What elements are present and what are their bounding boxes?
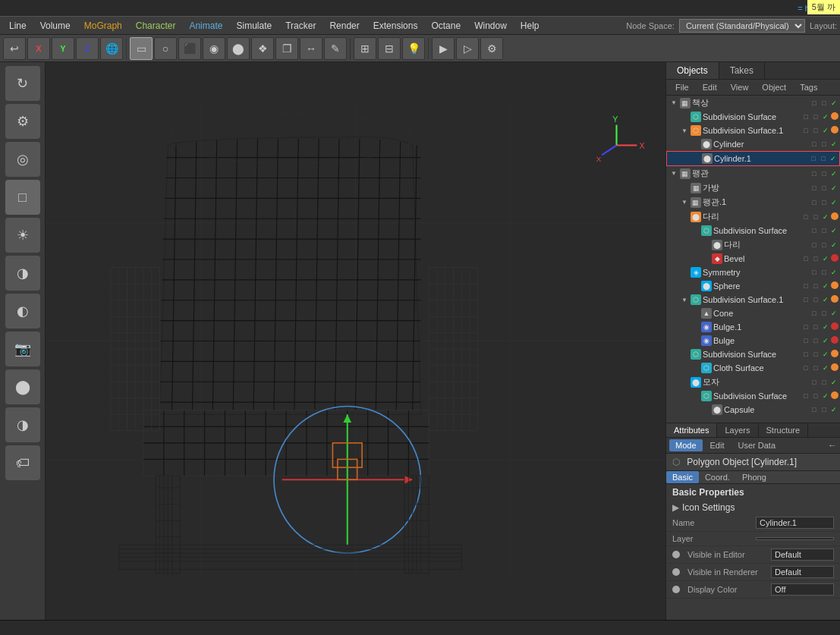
visibility-toggle[interactable]: □ <box>801 254 810 263</box>
sidebar-halfsphere[interactable]: ◑ <box>5 407 40 442</box>
icon-settings-row[interactable]: ▶ Icon Settings <box>666 501 840 514</box>
toolbar-btn-pen[interactable]: ✎ <box>324 37 347 60</box>
active-toggle[interactable]: ✓ <box>821 212 830 222</box>
active-toggle[interactable]: ✓ <box>829 240 838 250</box>
prop-tab-phong[interactable]: Phong <box>736 471 772 483</box>
visibility-toggle[interactable]: □ <box>810 198 819 207</box>
render-toggle[interactable]: □ <box>811 254 820 263</box>
object-list-item[interactable]: ⬡Subdivision Surface□□✓ <box>666 224 840 237</box>
visibility-toggle[interactable]: □ <box>801 336 810 345</box>
render-toggle[interactable]: □ <box>820 405 829 414</box>
object-list-item[interactable]: ▦가방□□✓ <box>666 181 840 195</box>
toolbar-btn-render1[interactable]: ▶ <box>432 37 455 60</box>
render-toggle[interactable]: □ <box>820 198 829 207</box>
toolbar-btn-undo[interactable]: ↩ <box>3 37 26 60</box>
object-list-item[interactable]: ⬡Subdivision Surface□□✓ <box>666 110 840 124</box>
visibility-toggle[interactable]: □ <box>810 240 819 250</box>
active-toggle[interactable]: ✓ <box>829 154 838 163</box>
render-toggle[interactable]: □ <box>811 295 820 304</box>
visibility-toggle[interactable]: □ <box>810 405 819 414</box>
menu-character[interactable]: Character <box>130 19 182 33</box>
active-toggle[interactable]: ✓ <box>821 322 830 332</box>
visibility-toggle[interactable]: □ <box>810 169 819 178</box>
toolbar-btn-poly[interactable]: ❖ <box>251 37 274 60</box>
active-toggle[interactable]: ✓ <box>829 140 838 149</box>
expand-triangle[interactable]: ▼ <box>671 170 677 177</box>
render-toggle[interactable]: □ <box>811 126 820 135</box>
tab-objects[interactable]: Objects <box>666 62 719 79</box>
active-toggle[interactable]: ✓ <box>821 254 830 263</box>
active-toggle[interactable]: ✓ <box>829 309 838 318</box>
sidebar-contrast[interactable]: ◐ <box>5 294 40 329</box>
active-toggle[interactable]: ✓ <box>821 112 830 121</box>
visibility-toggle[interactable]: □ <box>810 99 819 108</box>
active-toggle[interactable]: ✓ <box>821 363 830 373</box>
visibility-toggle[interactable]: □ <box>801 391 810 401</box>
sidebar-halfcircle[interactable]: ◑ <box>5 256 40 291</box>
active-toggle[interactable]: ✓ <box>821 391 830 401</box>
object-list-item[interactable]: ◆Bevel□□✓ <box>666 252 840 266</box>
sidebar-sun[interactable]: ☀ <box>5 218 40 253</box>
visibility-toggle[interactable]: □ <box>810 140 819 149</box>
attr-sub-userdata[interactable]: User Data <box>732 439 782 451</box>
menu-extensions[interactable]: Extensions <box>367 19 424 33</box>
render-toggle[interactable]: □ <box>820 268 829 277</box>
object-list-item[interactable]: ◈Symmetry□□✓ <box>666 266 840 279</box>
menu-octane[interactable]: Octane <box>425 19 467 33</box>
render-toggle[interactable]: □ <box>811 281 820 291</box>
toolbar-btn-clone[interactable]: ❐ <box>275 37 298 60</box>
visibility-toggle[interactable]: □ <box>801 212 810 222</box>
attr-sub-mode[interactable]: Mode <box>669 439 703 451</box>
toolbar-btn-x[interactable]: X <box>27 37 50 60</box>
panel-edit[interactable]: Edit <box>697 81 723 93</box>
toolbar-btn-sphere2[interactable]: ◉ <box>203 37 225 60</box>
render-toggle[interactable]: □ <box>811 112 820 121</box>
expand-triangle[interactable]: ▼ <box>681 127 687 134</box>
active-toggle[interactable]: ✓ <box>829 184 838 193</box>
attr-tab-layers[interactable]: Layers <box>717 423 758 437</box>
render-toggle[interactable]: □ <box>820 226 829 235</box>
menu-line[interactable]: Line <box>3 19 33 33</box>
menu-window[interactable]: Window <box>468 19 513 33</box>
prop-value[interactable]: Default <box>771 549 834 561</box>
prop-value[interactable]: Default <box>771 566 834 578</box>
visibility-toggle[interactable]: □ <box>809 154 818 163</box>
object-list-item[interactable]: ⬤Sphere□□✓ <box>666 279 840 293</box>
prop-value[interactable]: Off <box>771 583 834 596</box>
active-toggle[interactable]: ✓ <box>829 226 838 235</box>
render-toggle[interactable]: □ <box>820 169 829 178</box>
render-toggle[interactable]: □ <box>820 184 829 193</box>
sidebar-rotate[interactable]: ↻ <box>5 66 40 101</box>
sidebar-light[interactable]: □ <box>5 180 40 215</box>
object-list-item[interactable]: ⬤모자□□✓ <box>666 375 840 389</box>
visibility-toggle[interactable]: □ <box>810 378 819 387</box>
prop-value[interactable]: Cylinder.1 <box>756 517 834 529</box>
object-list-item[interactable]: ⬡Subdivision Surface□□✓ <box>666 389 840 403</box>
tab-takes[interactable]: Takes <box>719 62 765 79</box>
prop-tab-basic[interactable]: Basic <box>666 471 699 483</box>
object-list-item[interactable]: ◉Bulge□□✓ <box>666 334 840 347</box>
object-list-item[interactable]: ⬤다리□□✓ <box>666 237 840 252</box>
object-list-item[interactable]: ⬤Cylinder.1□□✓ <box>666 151 840 166</box>
attr-back-arrow[interactable]: ← <box>828 440 837 451</box>
prop-tab-coord[interactable]: Coord. <box>699 471 736 483</box>
toolbar-btn-cube[interactable]: ⬛ <box>178 37 201 60</box>
expand-triangle[interactable]: ▼ <box>681 297 687 303</box>
object-list-item[interactable]: ▼▦팽관□□✓ <box>666 166 840 181</box>
menu-volume[interactable]: Volume <box>34 19 77 33</box>
toolbar-btn-light[interactable]: 💡 <box>402 37 425 60</box>
object-list-item[interactable]: ⬡Cloth Surface□□✓ <box>666 361 840 375</box>
viewport[interactable]: Panel ⊹↺⊡ X <box>46 62 665 620</box>
render-toggle[interactable]: □ <box>811 391 820 401</box>
object-list-item[interactable]: ◉Bulge.1□□✓ <box>666 320 840 334</box>
active-toggle[interactable]: ✓ <box>829 405 838 414</box>
visibility-toggle[interactable]: □ <box>801 112 810 121</box>
toolbar-btn-circle[interactable]: ○ <box>154 37 177 60</box>
render-toggle[interactable]: □ <box>811 350 820 359</box>
active-toggle[interactable]: ✓ <box>829 169 838 178</box>
sidebar-sphere[interactable]: ⬤ <box>5 369 40 404</box>
render-toggle[interactable]: □ <box>811 322 820 332</box>
sidebar-settings[interactable]: ⚙ <box>5 104 40 139</box>
object-list-item[interactable]: ▼▦책상□□✓ <box>666 96 840 110</box>
toolbar-btn-rect[interactable]: ▭ <box>130 37 153 60</box>
